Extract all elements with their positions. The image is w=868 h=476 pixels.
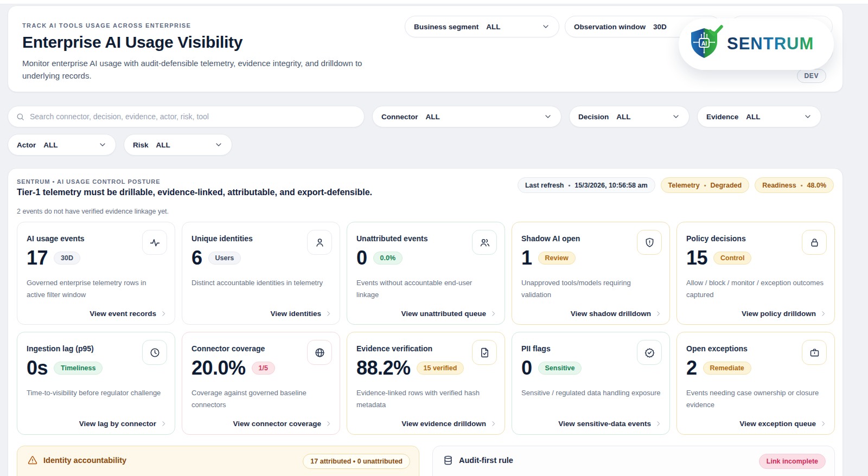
banner-title: Identity accountability — [43, 456, 126, 465]
env-badge: DEV — [797, 69, 826, 83]
page-subtitle: Monitor enterprise AI usage with audit-d… — [22, 57, 380, 82]
badge-check-icon — [637, 340, 662, 365]
header-eyebrow: TRACK AI TOOLS USAGE ACROSS ENTERPRISE — [22, 22, 191, 29]
user-icon — [307, 230, 332, 255]
chevron-down-icon — [672, 112, 680, 121]
check-icon — [710, 27, 722, 35]
chevron-down-icon — [98, 140, 107, 149]
kpi-grid: AI usage events 1730D Governed enterpris… — [17, 222, 835, 435]
shield-alert-icon — [637, 230, 662, 255]
lock-icon — [802, 230, 827, 255]
readiness-status-pill: Readiness•48.0% — [755, 177, 834, 193]
kpi-card-connector-coverage: Connector coverage 20.0%1/5 Coverage aga… — [182, 332, 340, 435]
kpi-card-policy-decisions: Policy decisions 15Control Allow / block… — [676, 222, 835, 325]
chevron-right-icon — [160, 420, 167, 427]
banner-body: Every regulated telemetry row must be dr… — [443, 473, 825, 476]
business-segment-dropdown[interactable]: Business segment ALL — [405, 16, 559, 37]
database-icon — [443, 455, 454, 466]
posture-headline: Tier-1 telemetry must be drillable, evid… — [17, 188, 372, 197]
page-title: Enterprise AI Usage Visibility — [22, 33, 242, 52]
chevron-down-icon — [214, 140, 223, 149]
view-event-records-link[interactable]: View event records — [90, 310, 167, 318]
clock-icon — [142, 340, 167, 365]
chevron-right-icon — [655, 420, 662, 427]
header-card: TRACK AI TOOLS USAGE ACROSS ENTERPRISE E… — [8, 5, 843, 92]
risk-dropdown[interactable]: Risk ALL — [124, 134, 232, 156]
chevron-right-icon — [325, 310, 332, 317]
kpi-card-evidence-verification: Evidence verification 88.2%15 verified E… — [347, 332, 505, 435]
kpi-card-ingestion-lag: Ingestion lag (p95) 0sTimeliness Time-to… — [17, 332, 175, 435]
globe-icon — [307, 340, 332, 365]
decision-dropdown[interactable]: Decision ALL — [569, 106, 690, 127]
search-bar — [8, 106, 365, 127]
activity-icon — [142, 230, 167, 255]
view-connector-coverage-link[interactable]: View connector coverage — [233, 420, 332, 428]
business-segment-value: ALL — [486, 23, 500, 31]
observation-window-value: 30D — [653, 23, 667, 31]
chevron-right-icon — [325, 420, 332, 427]
view-evidence-drilldown-link[interactable]: View evidence drilldown — [401, 420, 497, 428]
chevron-right-icon — [490, 310, 497, 317]
telemetry-status-pill: Telemetry•Degraded — [661, 177, 750, 193]
connector-dropdown[interactable]: Connector ALL — [372, 106, 561, 127]
kpi-card-pii-flags: PII flags 0Sensitive Sensitive / regulat… — [512, 332, 670, 435]
kpi-card-unattributed-events: Unattributed events 00.0% Events without… — [347, 222, 505, 325]
last-refresh-pill: Last refresh•15/3/2026, 10:56:58 am — [518, 177, 655, 193]
view-policy-drilldown-link[interactable]: View policy drilldown — [742, 310, 827, 318]
warning-triangle-icon — [27, 455, 38, 466]
chevron-right-icon — [490, 420, 497, 427]
search-input[interactable] — [30, 112, 356, 121]
sentrum-logo: AI SENTRUM — [679, 18, 834, 70]
evidence-dropdown[interactable]: Evidence ALL — [697, 106, 821, 127]
brand-wordmark: SENTRUM — [727, 34, 814, 53]
view-sensitive-data-events-link[interactable]: View sensitive-data events — [558, 420, 662, 428]
dashboard-page: TRACK AI TOOLS USAGE ACROSS ENTERPRISE E… — [0, 0, 868, 476]
view-lag-by-connector-link[interactable]: View lag by connector — [79, 420, 167, 428]
chevron-right-icon — [655, 310, 662, 317]
file-check-icon — [472, 340, 497, 365]
top-edge-bar — [0, 0, 868, 4]
business-segment-label: Business segment — [414, 23, 478, 31]
kpi-card-open-exceptions: Open exceptions 2Remediate Events needin… — [676, 332, 835, 435]
view-identities-link[interactable]: View identities — [270, 310, 332, 318]
view-exception-queue-link[interactable]: View exception queue — [739, 420, 827, 428]
observation-window-label: Observation window — [574, 23, 646, 31]
users-icon — [472, 230, 497, 255]
attribution-count-pill: 17 attributed • 0 unattributed — [303, 454, 410, 469]
chevron-down-icon — [803, 112, 812, 121]
actor-dropdown[interactable]: Actor ALL — [8, 134, 116, 156]
chevron-down-icon — [544, 112, 552, 121]
view-shadow-drilldown-link[interactable]: View shadow drilldown — [571, 310, 662, 318]
identity-accountability-banner: Identity accountability 17 attributed • … — [17, 446, 419, 476]
logo-monogram: AI — [701, 40, 707, 46]
banner-title: Audit-first rule — [459, 456, 513, 465]
link-incomplete-pill: Link incomplete — [759, 454, 826, 469]
posture-card: SENTRUM • AI USAGE CONTROL POSTURE Tier-… — [8, 168, 843, 476]
kpi-card-ai-usage-events: AI usage events 1730D Governed enterpris… — [17, 222, 175, 325]
posture-note: 2 events do not have verified evidence l… — [17, 208, 169, 215]
banner-row: Identity accountability 17 attributed • … — [17, 446, 835, 476]
chevron-right-icon — [160, 310, 167, 317]
kpi-card-unique-identities: Unique identities 6Users Distinct accoun… — [182, 222, 340, 325]
search-icon — [16, 112, 25, 121]
chevron-right-icon — [820, 310, 827, 317]
posture-eyebrow: SENTRUM • AI USAGE CONTROL POSTURE — [17, 178, 161, 185]
chevron-right-icon — [820, 420, 827, 427]
view-unattributed-queue-link[interactable]: View unattributed queue — [401, 310, 497, 318]
chevron-down-icon — [541, 22, 550, 31]
banner-body: Track identity attribution so drilldown … — [27, 473, 409, 476]
sentrum-logo-graphic: AI SENTRUM — [688, 25, 825, 63]
briefcase-icon — [802, 340, 827, 365]
status-pills-row: Last refresh•15/3/2026, 10:56:58 am Tele… — [518, 177, 834, 193]
kpi-card-shadow-ai-open: Shadow AI open 1Review Unapproved tools/… — [512, 222, 670, 325]
audit-first-rule-banner: Audit-first rule Link incomplete Every r… — [432, 446, 835, 476]
